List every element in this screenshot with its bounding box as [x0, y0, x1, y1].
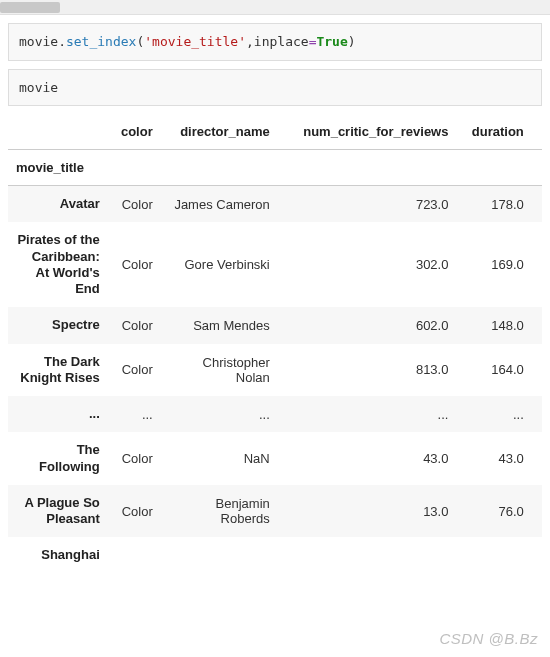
horizontal-scrollbar[interactable]	[0, 0, 550, 15]
table-row: Avatar Color James Cameron 723.0 178.0	[8, 186, 542, 223]
cell-director: Christopher Nolan	[161, 344, 278, 397]
cell-director: Gore Verbinski	[161, 222, 278, 307]
code-cell-2[interactable]: movie	[8, 69, 542, 107]
code-arg: 'movie_title'	[144, 34, 246, 49]
cell-director	[161, 537, 278, 573]
cell-duration: 148.0	[456, 307, 531, 343]
cell-critic: ...	[278, 396, 457, 432]
row-index: A Plague So Pleasant	[8, 485, 108, 538]
row-index: Spectre	[8, 307, 108, 343]
table-row: Spectre Color Sam Mendes 602.0 148.0	[8, 307, 542, 343]
code-comma: ,inplace	[246, 34, 309, 49]
cell-critic: 13.0	[278, 485, 457, 538]
col-dir: dir	[532, 114, 542, 150]
cell-duration: ...	[456, 396, 531, 432]
cell-duration: 164.0	[456, 344, 531, 397]
index-label-row: movie_title	[8, 150, 542, 186]
row-index: ...	[8, 396, 108, 432]
table-row: The Dark Knight Rises Color Christopher …	[8, 344, 542, 397]
cell-duration: 43.0	[456, 432, 531, 485]
cell-critic	[278, 537, 457, 573]
code-kw: True	[316, 34, 347, 49]
code-fn: set_index	[66, 34, 136, 49]
dataframe-table: color director_name num_critic_for_revie…	[8, 114, 542, 574]
cell-duration	[456, 537, 531, 573]
table-row-ellipsis: ... ... ... ... ... ...	[8, 396, 542, 432]
code-cell-1[interactable]: movie.set_index('movie_title',inplace=Tr…	[8, 23, 542, 61]
col-critic: num_critic_for_reviews	[278, 114, 457, 150]
cell-duration: 169.0	[456, 222, 531, 307]
cell-director: James Cameron	[161, 186, 278, 223]
cell-color: ...	[108, 396, 161, 432]
cell-color: Color	[108, 186, 161, 223]
cell-color: Color	[108, 307, 161, 343]
code-text: movie.	[19, 34, 66, 49]
cell-critic: 813.0	[278, 344, 457, 397]
row-index: The Following	[8, 432, 108, 485]
header-row: color director_name num_critic_for_revie…	[8, 114, 542, 150]
table-row: The Following Color NaN 43.0 43.0	[8, 432, 542, 485]
cell-director: Sam Mendes	[161, 307, 278, 343]
table-row: Pirates of the Caribbean: At World's End…	[8, 222, 542, 307]
cell-director: NaN	[161, 432, 278, 485]
cell-duration: 76.0	[456, 485, 531, 538]
cell-critic: 43.0	[278, 432, 457, 485]
col-duration: duration	[456, 114, 531, 150]
row-index: Shanghai	[8, 537, 108, 573]
cell-color: Color	[108, 222, 161, 307]
row-index: The Dark Knight Rises	[8, 344, 108, 397]
cell-color: Color	[108, 344, 161, 397]
cell-critic: 602.0	[278, 307, 457, 343]
cell-director: ...	[161, 396, 278, 432]
cell-duration: 178.0	[456, 186, 531, 223]
code-text-2: movie	[19, 80, 58, 95]
cell-color: Color	[108, 485, 161, 538]
row-index: Avatar	[8, 186, 108, 223]
cell-director: Benjamin Roberds	[161, 485, 278, 538]
index-label: movie_title	[8, 150, 108, 186]
code-close: )	[348, 34, 356, 49]
cell-critic: 723.0	[278, 186, 457, 223]
table-row: A Plague So Pleasant Color Benjamin Robe…	[8, 485, 542, 538]
header-blank	[8, 114, 108, 150]
scroll-thumb[interactable]	[0, 2, 60, 13]
col-director: director_name	[161, 114, 278, 150]
dataframe-output: color director_name num_critic_for_revie…	[8, 114, 542, 574]
col-color: color	[108, 114, 161, 150]
table-row: Shanghai	[8, 537, 542, 573]
row-index: Pirates of the Caribbean: At World's End	[8, 222, 108, 307]
cell-critic: 302.0	[278, 222, 457, 307]
cell-color	[108, 537, 161, 573]
cell-color: Color	[108, 432, 161, 485]
